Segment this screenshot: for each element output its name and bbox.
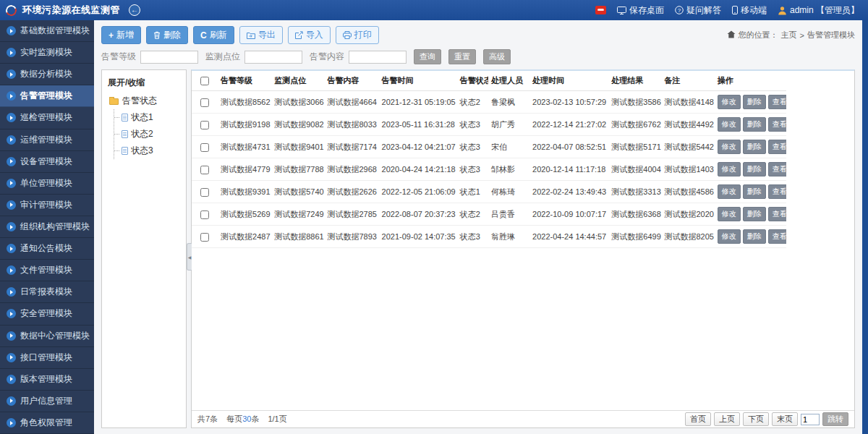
filter-input[interactable] (244, 51, 302, 64)
advanced-button[interactable]: 高级 (483, 49, 511, 64)
tree-expand-toggle[interactable]: 展开/收缩 (102, 73, 186, 93)
import-button[interactable]: 导入 (288, 26, 331, 44)
add-button[interactable]: +新增 (101, 26, 141, 44)
monitor-icon (617, 7, 626, 14)
filter-input[interactable] (140, 51, 198, 64)
sidebar-item[interactable]: 设备管理模块 (0, 151, 94, 173)
table-cell: 2020-12-14 11:17:18 (529, 158, 608, 181)
total-count: 共7条 (197, 414, 218, 425)
pagination: 共7条 每页30条 1/1页 首页上页下页末页 跳转 (192, 410, 854, 427)
sidebar-item[interactable]: 巡检管理模块 (0, 107, 94, 129)
view-button[interactable]: 查看 (768, 162, 786, 176)
sidebar-item[interactable]: 安全管理模块 (0, 303, 94, 325)
edit-button[interactable]: 修改 (718, 140, 741, 154)
tree-node-label: 状态1 (131, 111, 153, 124)
collapse-tree-handle[interactable]: ◀ (187, 243, 192, 271)
filter-input[interactable] (349, 51, 407, 64)
edit-button[interactable]: 修改 (718, 184, 741, 199)
delete-button[interactable]: 删除 (146, 26, 188, 44)
sidebar-item[interactable]: 组织机构管理模块 (0, 216, 94, 238)
prev-page-button[interactable]: 上页 (714, 412, 740, 426)
sidebar-item-label: 审计管理模块 (20, 199, 72, 211)
view-button[interactable]: 查看 (768, 229, 786, 244)
view-button[interactable]: 查看 (768, 184, 786, 199)
table-panel: ◀ 告警等级监测点位告警内容告警时间告警状态处理人员处理时间处理结果备注操作 测… (191, 69, 855, 428)
per-page-value[interactable]: 30 (242, 414, 251, 423)
row-delete-button[interactable]: 删除 (743, 184, 766, 199)
row-checkbox[interactable] (200, 233, 209, 242)
last-page-button[interactable]: 末页 (772, 412, 798, 426)
sidebar-item[interactable]: 通知公告模块 (0, 238, 94, 260)
search-button[interactable]: 查询 (414, 49, 441, 64)
row-checkbox[interactable] (200, 210, 209, 219)
row-delete-button[interactable]: 删除 (743, 117, 766, 132)
back-icon[interactable]: ← (129, 4, 140, 16)
table-cell: 宋伯 (488, 136, 529, 158)
row-delete-button[interactable]: 删除 (743, 207, 766, 221)
table-cell: 何栋琦 (488, 181, 529, 203)
row-checkbox[interactable] (200, 121, 209, 129)
notification-badge[interactable] (595, 6, 606, 14)
topbar-action[interactable]: ?疑问解答 (675, 4, 721, 17)
table-cell: 吕贵香 (488, 203, 529, 226)
reset-button[interactable]: 重置 (448, 49, 476, 64)
next-page-button[interactable]: 下页 (743, 412, 769, 426)
tree-node[interactable]: 状态2 (114, 126, 186, 142)
alert-table: 告警等级监测点位告警内容告警时间告警状态处理人员处理时间处理结果备注操作 测试数… (192, 71, 786, 248)
sidebar-item[interactable]: 数据中心管理模块 (0, 326, 94, 347)
row-delete-button[interactable]: 删除 (743, 229, 766, 244)
row-checkbox[interactable] (200, 188, 209, 197)
tree-node[interactable]: 状态3 (114, 142, 186, 159)
view-button[interactable]: 查看 (768, 95, 786, 109)
table-row: 测试数据8562测试数据3066测试数据46642021-12-31 05:19… (192, 91, 786, 114)
page-jump-button[interactable]: 跳转 (822, 412, 848, 426)
sidebar-item[interactable]: 用户信息管理 (0, 391, 94, 412)
export-button[interactable]: 导出 (239, 26, 283, 44)
sidebar-item[interactable]: 告警管理模块 (0, 85, 94, 107)
breadcrumb-home[interactable]: 主页 (781, 30, 797, 41)
sidebar-item[interactable]: 数据分析模块 (0, 64, 94, 85)
table-cell: 状态3 (457, 136, 488, 158)
tree-node[interactable]: 状态1 (114, 109, 186, 126)
sidebar-item[interactable]: 单位管理模块 (0, 173, 94, 195)
sidebar-item-label: 基础数据管理模块 (20, 25, 90, 37)
row-checkbox[interactable] (200, 143, 209, 152)
file-icon (122, 130, 128, 138)
row-delete-button[interactable]: 删除 (743, 140, 766, 154)
sidebar-item[interactable]: 角色权限管理 (0, 412, 94, 434)
view-button[interactable]: 查看 (768, 140, 786, 154)
print-button[interactable]: 打印 (336, 26, 379, 44)
page-jump-input[interactable] (801, 414, 820, 425)
tree-root-node[interactable]: 告警状态 (102, 93, 186, 109)
table-cell: 测试数据7249 (271, 203, 324, 226)
view-button[interactable]: 查看 (768, 207, 786, 221)
refresh-button[interactable]: C刷新 (193, 26, 234, 44)
edit-button[interactable]: 修改 (718, 207, 741, 221)
table-cell: 测试数据2626 (324, 181, 378, 203)
first-page-button[interactable]: 首页 (685, 412, 711, 426)
edit-button[interactable]: 修改 (718, 117, 741, 132)
topbar-action[interactable]: 保存桌面 (617, 4, 664, 17)
row-checkbox[interactable] (200, 98, 209, 107)
pagination-controls: 首页上页下页末页 跳转 (685, 412, 848, 426)
edit-button[interactable]: 修改 (718, 162, 741, 176)
user-menu[interactable]: admin 【管理员】 (778, 4, 859, 17)
sidebar-item[interactable]: 基础数据管理模块 (0, 20, 94, 42)
sidebar-item[interactable]: 版本管理模块 (0, 369, 94, 391)
sidebar-item[interactable]: 接口管理模块 (0, 347, 94, 369)
row-checkbox[interactable] (200, 166, 209, 174)
svg-text:?: ? (678, 7, 681, 14)
view-button[interactable]: 查看 (768, 117, 786, 132)
select-all-checkbox[interactable] (200, 77, 209, 85)
sidebar-item[interactable]: 日常报表模块 (0, 281, 94, 303)
edit-button[interactable]: 修改 (718, 229, 741, 244)
sidebar-item[interactable]: 实时监测模块 (0, 42, 94, 64)
topbar-action[interactable]: 移动端 (732, 4, 767, 17)
edit-button[interactable]: 修改 (718, 95, 741, 109)
sidebar-item[interactable]: 运维管理模块 (0, 129, 94, 151)
row-delete-button[interactable]: 删除 (743, 162, 766, 176)
import-icon (295, 31, 303, 39)
sidebar-item[interactable]: 文件管理模块 (0, 260, 94, 281)
sidebar-item[interactable]: 审计管理模块 (0, 195, 94, 216)
row-delete-button[interactable]: 删除 (743, 95, 766, 109)
